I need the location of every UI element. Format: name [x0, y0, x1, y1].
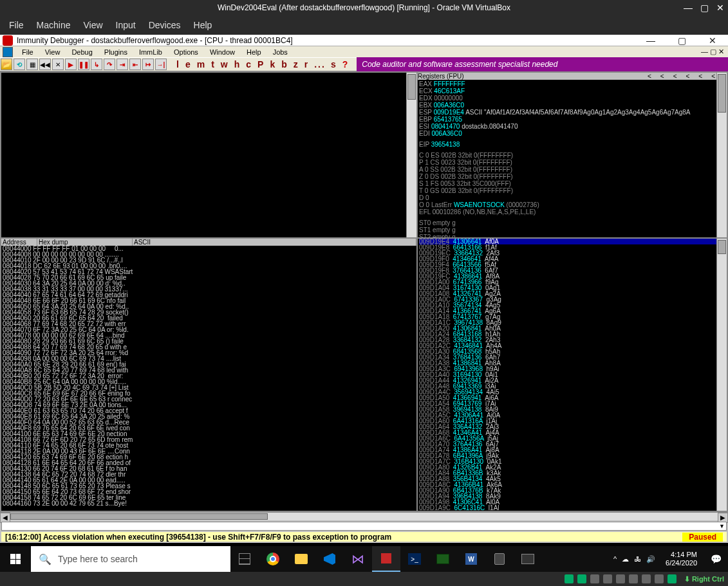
rewind-button[interactable]: ◀◀: [39, 59, 51, 70]
taskbar-powershell[interactable]: >_: [400, 546, 429, 572]
immunity-minimize-button[interactable]: —: [638, 35, 664, 46]
vb-menu-help[interactable]: Help: [194, 20, 212, 30]
fpu-line[interactable]: ST2 empty g: [419, 233, 725, 237]
flag-line[interactable]: A 0 SS 002B 32bit 0(FFFFFFFF): [419, 166, 725, 173]
vb-menu-file[interactable]: File: [9, 20, 24, 30]
flag-line[interactable]: C 0 ES 002B 32bit 0(FFFFFFFF): [419, 152, 725, 159]
toolbar-letter-?[interactable]: ?: [340, 59, 352, 69]
toolbar-letter-buttons[interactable]: lemtwhcPkbzr...s?: [174, 59, 351, 70]
dump-row[interactable]: 08044160 73 2E 00 00 42 79 65 21 s...Bye…: [3, 500, 415, 506]
menu-window[interactable]: Window: [205, 48, 240, 57]
toolbar-letter-r[interactable]: r: [302, 59, 312, 69]
vb-maximize-button[interactable]: ▢: [700, 3, 709, 13]
toolbar-letter-s[interactable]: s: [328, 59, 340, 69]
register-edi[interactable]: EDI 006A36C0: [419, 130, 725, 137]
vb-menu-view[interactable]: View: [83, 20, 102, 30]
toolbar-letter-m[interactable]: m: [194, 59, 209, 69]
flag-line[interactable]: Z 0 DS 002B 32bit 0(FFFFFFFF): [419, 173, 725, 180]
taskbar-chrome[interactable]: [259, 546, 287, 572]
step-into-button[interactable]: ↳: [91, 59, 102, 70]
immunity-maximize-button[interactable]: ▢: [669, 35, 695, 46]
job-banner[interactable]: Code auditor and software assessment spe…: [357, 57, 728, 71]
register-edx[interactable]: EDX 00000000: [419, 95, 725, 102]
tool-b[interactable]: ▦: [26, 59, 38, 70]
taskbar-visualstudio[interactable]: ⋈: [344, 546, 372, 572]
menu-view[interactable]: View: [40, 48, 66, 57]
taskbar-immunity[interactable]: [372, 546, 400, 572]
toolbar-letter-w[interactable]: w: [218, 59, 232, 69]
flag-line[interactable]: P 1 CS 0023 32bit 0(FFFFFFFF): [419, 159, 725, 166]
taskbar-taskmgr[interactable]: [429, 546, 457, 572]
vb-minimize-button[interactable]: —: [684, 3, 693, 13]
immunity-menubar[interactable]: File View Debug Plugins ImmLib Options W…: [0, 46, 728, 57]
toolbar-letter-h[interactable]: h: [232, 59, 244, 69]
register-ebx[interactable]: EBX 006A36C0: [419, 102, 725, 109]
registers-pane[interactable]: Registers (FPU) <<<<<< EAX FFFFFFFFECX 4…: [418, 73, 727, 237]
hexdump-pane[interactable]: Address Hex dump ASCII 08044000 FF FF FF…: [1, 239, 416, 511]
immunity-titlebar[interactable]: Immunity Debugger - dostackbufferoverflo…: [0, 35, 728, 46]
toolbar-letter-...[interactable]: ...: [312, 59, 328, 69]
tray-chevron-icon[interactable]: ^: [613, 555, 617, 563]
taskbar-recyclebin[interactable]: [485, 546, 514, 572]
run-to-cursor-button[interactable]: →|: [155, 59, 167, 70]
tray-onedrive-icon[interactable]: ☁: [622, 555, 629, 563]
flag-line[interactable]: S 1 FS 0053 32bit 35C000(FFF): [419, 180, 725, 187]
stack-pane[interactable]: 009D19E4 41306641 Af0A009D19E8 66413166 …: [418, 239, 727, 511]
menu-immlib[interactable]: ImmLib: [134, 48, 167, 57]
toolbar-letter-k[interactable]: k: [267, 59, 279, 69]
toolbar-letter-c[interactable]: c: [243, 59, 255, 69]
pause-button[interactable]: ❚❚: [78, 59, 89, 70]
efl-line[interactable]: EFL 00010286 (NO,NB,NE,A,S,PE,L,LE): [419, 208, 725, 215]
exec-till-return-button[interactable]: ↦: [142, 59, 154, 70]
tray-clock[interactable]: 4:14 PM 6/24/2020: [660, 551, 702, 567]
taskbar-explorer[interactable]: [287, 546, 315, 572]
cpu-window-icon[interactable]: [3, 47, 13, 57]
toolbar-letter-P[interactable]: P: [255, 59, 267, 69]
toolbar-letter-t[interactable]: t: [209, 59, 218, 69]
toolbar-letter-z[interactable]: z: [291, 59, 302, 69]
vb-menu-input[interactable]: Input: [116, 20, 136, 30]
command-dropdown-arrow[interactable]: ▼: [719, 523, 725, 529]
disassembly-pane[interactable]: [1, 73, 416, 237]
fpu-line[interactable]: ST1 empty g: [419, 226, 725, 233]
menu-jobs[interactable]: Jobs: [268, 48, 293, 57]
tray-network-icon[interactable]: 🖧: [634, 555, 641, 563]
step-over-button[interactable]: ↷: [104, 59, 115, 70]
flag-line[interactable]: T 0 GS 002B 32bit 0(FFFFFFFF): [419, 187, 725, 194]
tool-a[interactable]: ⟲: [14, 59, 25, 70]
start-button[interactable]: [0, 546, 31, 572]
close-cross-button[interactable]: ✕: [52, 59, 64, 70]
virtualbox-statusbar[interactable]: ⬇Right Ctrl: [0, 572, 728, 586]
menu-plugins[interactable]: Plugins: [99, 48, 133, 57]
menu-debug[interactable]: Debug: [66, 48, 97, 57]
vb-close-button[interactable]: ✕: [716, 3, 724, 13]
register-esi[interactable]: ESI 08041470 dostackb.08041470: [419, 123, 725, 130]
flag-line[interactable]: O 0 LastErr WSAENOTSOCK (00002736): [419, 201, 725, 208]
register-ebp[interactable]: EBP 65413765: [419, 116, 725, 123]
trace-over-button[interactable]: ⇤: [129, 59, 141, 70]
run-button[interactable]: ▶: [65, 59, 77, 70]
registers-scrollbar[interactable]: [716, 73, 727, 237]
register-eax[interactable]: EAX FFFFFFFF: [419, 80, 725, 87]
horizontal-scrollbar[interactable]: ◀ ▶: [0, 512, 728, 520]
taskbar-vscode[interactable]: [315, 546, 344, 572]
tray-notifications[interactable]: 💬: [707, 554, 724, 564]
menu-file[interactable]: File: [17, 48, 39, 57]
vb-menu-devices[interactable]: Devices: [149, 20, 181, 30]
command-input[interactable]: ▼: [1, 522, 727, 531]
toolbar-letter-l[interactable]: l: [174, 59, 183, 69]
immunity-close-button[interactable]: ✕: [700, 35, 725, 46]
open-file-button[interactable]: 📂: [1, 59, 12, 70]
stack-row[interactable]: 009D1A9C 6C41316C l1Al: [419, 505, 725, 511]
disasm-scrollbar[interactable]: [406, 73, 416, 237]
immunity-toolbar[interactable]: 📂 ⟲ ▦ ◀◀ ✕ ▶ ❚❚ ↳ ↷ ⇥ ⇤ ↦ →| lemtwhcPkbz…: [0, 57, 728, 71]
vb-menu-machine[interactable]: Machine: [37, 20, 71, 30]
menu-help[interactable]: Help: [241, 48, 266, 57]
windows-taskbar[interactable]: 🔍 Type here to search ⋈ >_ W ^ ☁ 🖧 🔊 4:1…: [0, 546, 728, 572]
tray-volume-icon[interactable]: 🔊: [646, 555, 655, 563]
stack-scrollbar[interactable]: [716, 239, 727, 511]
mdi-controls[interactable]: — ▢ ✕: [696, 47, 728, 57]
system-tray[interactable]: ^ ☁ 🖧 🔊 4:14 PM 6/24/2020 💬: [613, 546, 728, 572]
search-box[interactable]: 🔍 Type here to search: [31, 546, 230, 572]
flag-line[interactable]: D 0: [419, 194, 725, 201]
